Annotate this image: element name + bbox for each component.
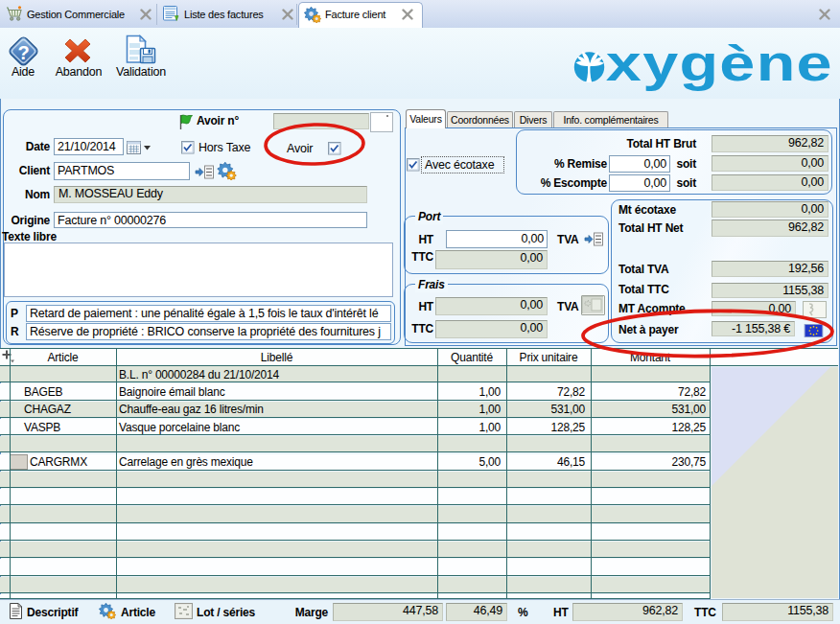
svg-text:?: ? bbox=[17, 42, 29, 63]
svg-text:xygène: xygène bbox=[606, 38, 833, 91]
